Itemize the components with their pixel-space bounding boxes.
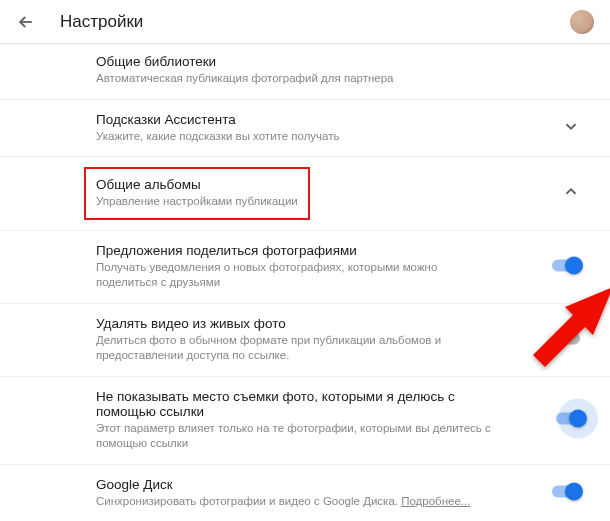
chevron-up-icon	[562, 183, 580, 201]
setting-title: Предложения поделиться фотографиями	[96, 243, 556, 258]
setting-google-drive: Google Диск Синхронизировать фотографии …	[0, 464, 610, 521]
setting-title: Google Диск	[96, 477, 556, 492]
section-subtitle: Автоматическая публикация фотографий для…	[96, 71, 556, 87]
setting-remove-video-from-live: Удалять видео из живых фото Делиться фот…	[0, 303, 610, 376]
setting-title: Не показывать место съемки фото, которым…	[96, 389, 516, 419]
avatar[interactable]	[570, 10, 594, 34]
section-shared-libraries[interactable]: Общие библиотеки Автоматическая публикац…	[0, 44, 610, 99]
section-subtitle: Управление настройками публикации	[96, 194, 298, 210]
toggle-remove-video[interactable]	[552, 332, 580, 347]
setting-subtitle: Получать уведомления о новых фотографиях…	[96, 260, 496, 291]
setting-subtitle: Синхронизировать фотографии и видео с Go…	[96, 494, 556, 510]
annotation-highlight: Общие альбомы Управление настройками пуб…	[84, 167, 310, 220]
learn-more-link[interactable]: Подробнее...	[401, 495, 470, 507]
setting-subtitle: Этот параметр влияет только на те фотогр…	[96, 421, 496, 452]
section-title: Общие альбомы	[96, 177, 298, 192]
expand-button[interactable]	[562, 117, 580, 138]
setting-title: Удалять видео из живых фото	[96, 316, 556, 331]
section-assistant-hints[interactable]: Подсказки Ассистента Укажите, какие подс…	[0, 99, 610, 157]
chevron-down-icon	[562, 117, 580, 135]
toggle-google-drive[interactable]	[552, 485, 580, 500]
settings-list: Общие библиотеки Автоматическая публикац…	[0, 44, 610, 521]
setting-hide-location: Не показывать место съемки фото, которым…	[0, 376, 610, 464]
section-title: Общие библиотеки	[96, 54, 556, 69]
page-title: Настройки	[60, 12, 143, 32]
section-subtitle: Укажите, какие подсказки вы хотите получ…	[96, 129, 556, 145]
collapse-button[interactable]	[562, 183, 580, 204]
back-arrow-icon[interactable]	[16, 12, 36, 32]
section-title: Подсказки Ассистента	[96, 112, 556, 127]
setting-share-suggestions: Предложения поделиться фотографиями Полу…	[0, 230, 610, 303]
app-header: Настройки	[0, 0, 610, 44]
toggle-share-suggestions[interactable]	[552, 259, 580, 274]
setting-subtitle: Делиться фото в обычном формате при публ…	[96, 333, 476, 364]
section-shared-albums[interactable]: Общие альбомы Управление настройками пуб…	[0, 156, 610, 230]
drive-sub-text: Синхронизировать фотографии и видео с Go…	[96, 495, 401, 507]
toggle-hide-location[interactable]	[556, 413, 584, 428]
